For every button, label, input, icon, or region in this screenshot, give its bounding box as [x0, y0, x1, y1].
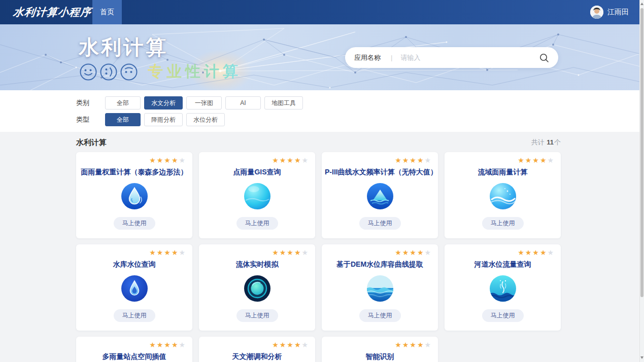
- card-title: 天文潮调和分析: [199, 352, 315, 361]
- star-icon: ★: [272, 341, 280, 349]
- rating-stars: ★★★★★: [149, 157, 186, 164]
- content-section: 水利计算 共计 11个 ★★★★★面雨量权重计算（泰森多边形法） 马上使用★★★…: [0, 132, 644, 362]
- rating-stars: ★★★★★: [518, 157, 555, 164]
- rating-stars: ★★★★★: [518, 249, 555, 256]
- count-value: 11: [547, 138, 554, 146]
- filter-option[interactable]: 全部: [105, 96, 141, 110]
- star-icon: ★: [164, 156, 172, 164]
- star-icon: ★: [172, 156, 179, 164]
- use-now-button[interactable]: 马上使用: [114, 309, 155, 322]
- scrollbar-thumb[interactable]: [640, 8, 643, 297]
- rating-stars: ★★★★★: [272, 157, 309, 164]
- filter-option[interactable]: 水文分析: [144, 96, 183, 110]
- star-icon: ★: [164, 341, 172, 349]
- app-card[interactable]: ★★★★★流域面雨量计算 马上使用: [445, 152, 561, 238]
- app-card[interactable]: ★★★★★面雨量权重计算（泰森多边形法） 马上使用: [76, 152, 192, 238]
- use-now-button[interactable]: 马上使用: [482, 309, 524, 322]
- app-card[interactable]: ★★★★★智能识别 马上使用: [322, 337, 438, 362]
- filter-option[interactable]: 一张图: [186, 96, 222, 110]
- use-now-button[interactable]: 马上使用: [236, 309, 278, 322]
- app-card[interactable]: ★★★★★点雨量GIS查询 马上使用: [199, 152, 315, 238]
- use-now-button[interactable]: 马上使用: [359, 217, 401, 230]
- scrollbar[interactable]: [639, 0, 644, 362]
- scroll-down-arrow-icon[interactable]: [640, 354, 644, 361]
- app-card[interactable]: ★★★★★天文潮调和分析 马上使用: [199, 337, 315, 362]
- section-title: 水利计算: [76, 138, 107, 148]
- app-card[interactable]: ★★★★★基于DEM水位库容曲线提取 马上使用: [322, 244, 438, 331]
- filter-option[interactable]: 地图工具: [264, 96, 303, 110]
- star-icon: ★: [149, 341, 157, 349]
- smiley-icon: [80, 63, 97, 81]
- avatar-image: [590, 6, 603, 19]
- star-icon: ★: [402, 341, 410, 349]
- search-input[interactable]: [400, 54, 539, 61]
- star-icon: ★: [287, 156, 294, 164]
- water-drop-dark-icon: [121, 275, 148, 302]
- filter-option[interactable]: AI: [225, 96, 261, 110]
- water-splash-icon: [489, 275, 517, 302]
- star-icon: ★: [540, 156, 548, 164]
- app-card[interactable]: ★★★★★河道水位流量查询 马上使用: [445, 244, 561, 331]
- star-icon: ★: [179, 341, 186, 349]
- filter-option[interactable]: 水位分析: [186, 113, 225, 126]
- app-card[interactable]: ★★★★★水库水位查询 马上使用: [76, 244, 192, 331]
- star-icon: ★: [417, 248, 425, 257]
- nav-tab-home[interactable]: 首页: [92, 0, 122, 24]
- ring-core-icon: [244, 275, 271, 302]
- star-icon: ★: [410, 248, 417, 257]
- star-icon: ★: [172, 341, 179, 349]
- star-icon: ★: [410, 156, 417, 164]
- top-navbar: 水利计算小程序 首页 江雨田: [0, 0, 644, 24]
- hero-title: 水利计算: [79, 33, 168, 61]
- star-icon: ★: [395, 248, 402, 257]
- user-menu[interactable]: 江雨田: [590, 6, 644, 19]
- use-now-button[interactable]: 马上使用: [114, 217, 155, 230]
- star-icon: ★: [301, 341, 309, 349]
- star-icon: ★: [518, 248, 525, 257]
- star-icon: ★: [402, 248, 410, 257]
- water-drop-swirl-icon: [121, 183, 148, 210]
- glossy-globe-icon: [244, 183, 271, 210]
- app-card[interactable]: ★★★★★P-III曲线水文频率计算（无特大值） 马上使用: [322, 152, 438, 238]
- star-icon: ★: [547, 156, 555, 164]
- user-avatar[interactable]: [590, 6, 603, 19]
- count-prefix: 共计: [531, 138, 545, 146]
- filter-option[interactable]: 全部: [105, 113, 141, 126]
- app-logo: 水利计算小程序: [0, 5, 93, 19]
- hero-subtitle: 专业性计算: [148, 61, 242, 82]
- card-title: 多雨量站点空间插值: [76, 352, 192, 361]
- star-icon: ★: [424, 156, 432, 164]
- rating-stars: ★★★★★: [149, 249, 186, 256]
- rating-stars: ★★★★★: [395, 341, 432, 348]
- smiley-wink-icon: [100, 63, 117, 81]
- app-card[interactable]: ★★★★★流体实时模拟 马上使用: [199, 244, 315, 331]
- mountain-wave-icon: [366, 183, 394, 210]
- star-icon: ★: [179, 248, 186, 257]
- search-divider: |: [391, 54, 392, 61]
- card-title: P-III曲线水文频率计算（无特大值）: [322, 168, 438, 177]
- rating-stars: ★★★★★: [149, 341, 186, 348]
- use-now-button[interactable]: 马上使用: [482, 217, 524, 230]
- scroll-up-arrow-icon[interactable]: [640, 1, 644, 8]
- star-icon: ★: [157, 341, 164, 349]
- rating-stars: ★★★★★: [395, 249, 432, 256]
- use-now-button[interactable]: 马上使用: [236, 217, 278, 230]
- star-icon: ★: [402, 156, 410, 164]
- card-title: 智能识别: [322, 352, 438, 361]
- app-card[interactable]: ★★★★★多雨量站点空间插值 马上使用: [76, 337, 192, 362]
- hero-subtitle-row: 专业性计算: [80, 61, 242, 82]
- card-title: 流域面雨量计算: [445, 168, 561, 177]
- card-title: 河道水位流量查询: [445, 260, 561, 269]
- star-icon: ★: [525, 156, 533, 164]
- smiley-calm-icon: [120, 63, 138, 81]
- card-title: 基于DEM水位库容曲线提取: [322, 260, 438, 269]
- search-icon[interactable]: [539, 53, 549, 63]
- filter-option[interactable]: 降雨分析: [144, 113, 183, 126]
- search-field-label: 应用名称: [354, 53, 381, 62]
- content-header: 水利计算 共计 11个: [76, 137, 561, 148]
- star-icon: ★: [280, 248, 287, 257]
- count-suffix: 个: [554, 138, 561, 146]
- rating-stars: ★★★★★: [272, 249, 309, 256]
- use-now-button[interactable]: 马上使用: [359, 309, 401, 322]
- card-title: 面雨量权重计算（泰森多边形法）: [76, 168, 192, 177]
